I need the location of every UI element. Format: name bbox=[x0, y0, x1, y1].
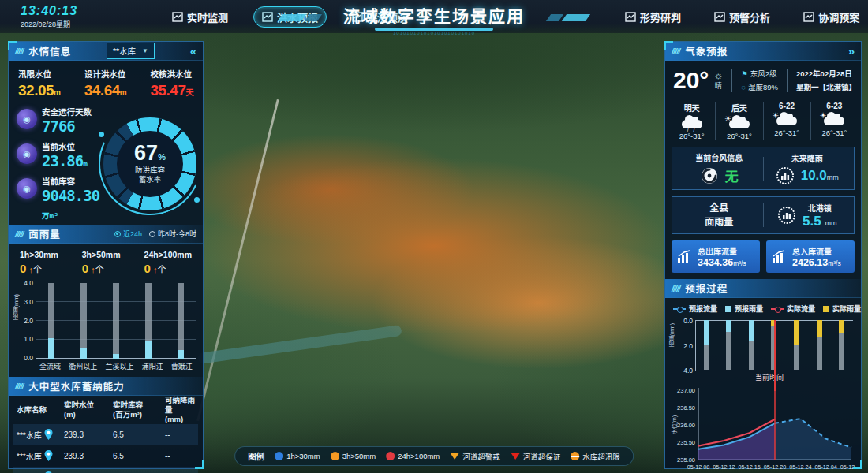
forecast-day-label: 6-23 bbox=[811, 102, 858, 110]
svg-text:05-12 12: 05-12 12 bbox=[713, 464, 735, 471]
report-chart-icon bbox=[803, 12, 814, 22]
total-outflow-button[interactable]: 总出库流量 3434.36m³/s bbox=[672, 240, 760, 273]
stat-label: 设计洪水位 bbox=[84, 68, 126, 80]
limit-level-stat: 汛限水位 32.05m bbox=[18, 68, 60, 99]
weather-date: 2022年02月28日 bbox=[796, 67, 856, 80]
inflow-label: 总入库流量 bbox=[792, 245, 841, 257]
stat-label: 汛限水位 bbox=[18, 68, 60, 80]
outflow-value: 3434.36 bbox=[698, 257, 733, 268]
stat-unit: m bbox=[120, 88, 126, 97]
y-axis-label: 雨量(mm) bbox=[668, 323, 676, 347]
partly-sunny-icon: ☀ bbox=[729, 120, 750, 128]
cell-rain: -- bbox=[165, 430, 198, 439]
tab-last-24h[interactable]: 近24h bbox=[114, 229, 142, 239]
svg-text:05-12 24: 05-12 24 bbox=[789, 464, 811, 471]
svg-text:05-12 08: 05-12 08 bbox=[687, 464, 709, 471]
rain-gauge-icon bbox=[777, 206, 796, 225]
gauge-unit: % bbox=[158, 152, 166, 162]
reservoir-select[interactable]: **水库 ▼ bbox=[107, 43, 155, 59]
expand-right-panel-icon[interactable]: » bbox=[848, 45, 855, 57]
current-level-stat: ◉ 当前水位 23.86m bbox=[17, 140, 103, 169]
typhoon-label: 当前台风信息 bbox=[675, 151, 763, 163]
line-dot-icon bbox=[673, 308, 686, 310]
nav-label: 实时监测 bbox=[187, 9, 228, 24]
nav-label: 协调预案 bbox=[818, 9, 859, 24]
counter-3h: 3h>50mm 0 ↑个 bbox=[82, 250, 121, 275]
weather-title: 气象预报 bbox=[685, 43, 728, 58]
svg-text:水位(m): 水位(m) bbox=[671, 415, 678, 435]
town-rain-value: 5.5 bbox=[803, 214, 821, 229]
counter-label: 3h>50mm bbox=[82, 250, 121, 259]
forecast-day-label: 后天 bbox=[716, 102, 762, 114]
bar bbox=[48, 283, 54, 359]
future-rain-unit: mm bbox=[827, 173, 839, 181]
current-time-line bbox=[774, 320, 776, 391]
bar bbox=[145, 283, 152, 359]
cell-capacity: 6.5 bbox=[113, 452, 165, 460]
nav-item-coordination-plan[interactable]: 协调预案 bbox=[795, 7, 867, 27]
report-chart-icon bbox=[172, 12, 183, 22]
map-river bbox=[197, 325, 402, 364]
nav-right: 形势研判 预警分析 协调预案 bbox=[617, 7, 867, 27]
nav-label: 预警分析 bbox=[729, 9, 770, 24]
cell-rain: -- bbox=[165, 452, 198, 460]
nav-label: 形势研判 bbox=[640, 9, 681, 24]
storage-gauge-wrap: 67% 防洪库容蓄水率 bbox=[103, 106, 196, 222]
county-line1: 全县 bbox=[675, 201, 763, 215]
area-rainfall-bar-chart: 4.03.02.01.00.0 雨量(mm) bbox=[36, 283, 196, 359]
bar bbox=[749, 320, 754, 371]
table-row[interactable]: ***水库 239.3 6.5 -- bbox=[13, 467, 198, 473]
forecast-day-after-tomorrow: 后天 ☀ 26°-31° bbox=[715, 102, 762, 140]
inflow-unit: m³/s bbox=[828, 259, 841, 267]
water-info-panel: ///// 水情信息 **水库 ▼ « 汛限水位 32.05m 设计洪水位 34… bbox=[8, 41, 204, 469]
rainfall-range-tabs: 近24h 昨8时-今8时 bbox=[114, 229, 196, 239]
legend-forecast-rain: 预报雨量 bbox=[725, 304, 763, 314]
tab-yesterday8-today8[interactable]: 昨8时-今8时 bbox=[149, 229, 196, 239]
outflow-label: 总出库流量 bbox=[698, 245, 746, 257]
typhoon-icon bbox=[700, 166, 719, 185]
x-label: 衢州以上 bbox=[69, 361, 97, 371]
partly-sunny-icon: ☀ bbox=[776, 117, 797, 125]
nav-item-warning-analysis[interactable]: 预警分析 bbox=[706, 7, 778, 27]
bar bbox=[817, 320, 822, 371]
table-row[interactable]: ***水库 239.3 6.5 -- bbox=[13, 445, 198, 467]
collapse-left-panel-icon[interactable]: « bbox=[190, 45, 196, 57]
col-header: 水库名称 bbox=[13, 405, 64, 415]
rain-counters: 1h>30mm 0 ↑个 3h>50mm 0 ↑个 24h>100mm 0 ↑个 bbox=[9, 244, 203, 277]
humidity-icon: ◌ bbox=[741, 83, 746, 91]
water-level-svg: 237.00236.50236.00235.50235.0005-12 0805… bbox=[670, 384, 856, 473]
chart-bars bbox=[36, 283, 196, 359]
y-tick: 1.0 bbox=[24, 335, 33, 343]
tab-label: 昨8时-今8时 bbox=[158, 229, 196, 239]
total-inflow-button[interactable]: 总入库流量 2426.13m³/s bbox=[766, 240, 855, 273]
app-title-text: 流域数字孪生场景应用 bbox=[343, 3, 525, 27]
future-rain-label: 未来降雨 bbox=[764, 152, 851, 164]
bar bbox=[794, 320, 799, 371]
stat-label: 当前库容 bbox=[42, 175, 103, 187]
weather-forecast-panel: ///// 气象预报 » 20° ☼晴 ⚑东风2级 ◌湿度89% 2022年02… bbox=[664, 41, 862, 469]
col-header: 可纳降雨量 (mm) bbox=[165, 396, 198, 424]
app-title: 流域数字孪生场景应用 101010101010101010101010 bbox=[343, 3, 525, 35]
forecast-process-header: ///// 预报过程 bbox=[665, 279, 861, 298]
nav-item-situation-analysis[interactable]: 形势研判 bbox=[617, 7, 689, 27]
svg-text:05-12 20: 05-12 20 bbox=[764, 464, 786, 471]
stat-value: 7766 bbox=[42, 117, 75, 135]
svg-text:235.00: 235.00 bbox=[677, 456, 695, 464]
orange-triangle-icon bbox=[450, 453, 459, 460]
typhoon-info: 当前台风信息 无 bbox=[675, 151, 763, 185]
binary-deco: 101010101010101010101010 bbox=[343, 31, 525, 35]
design-flood-level-stat: 设计洪水位 34.64m bbox=[84, 68, 126, 99]
counter-1h: 1h>30mm 0 ↑个 bbox=[20, 250, 58, 275]
forecast-day-label: 6-22 bbox=[764, 102, 810, 110]
y-tick: 2.0 bbox=[24, 317, 33, 325]
current-temp: 20° bbox=[673, 69, 709, 92]
typhoon-rain-box: 当前台风信息 无 未来降雨 10.0mm bbox=[672, 147, 855, 190]
nav-item-realtime-monitor[interactable]: 实时监测 bbox=[164, 7, 236, 27]
table-row[interactable]: ***水库 239.3 6.5 -- bbox=[13, 424, 198, 445]
map-legend: 图例 1h>30mm 3h>50mm 24h>100mm 河道超警戒 河道超保证… bbox=[234, 446, 634, 466]
col-header: 实时库容 (百万m³) bbox=[113, 400, 165, 419]
rain-gauge-icon bbox=[776, 166, 795, 185]
check-flood-level-stat: 校核洪水位 35.47天 bbox=[150, 68, 193, 99]
reservoir-stats: ◉ 安全运行天数 7766 ◉ 当前水位 23.86m ◉ bbox=[17, 106, 103, 222]
town-name: 北港镇 bbox=[803, 202, 836, 214]
